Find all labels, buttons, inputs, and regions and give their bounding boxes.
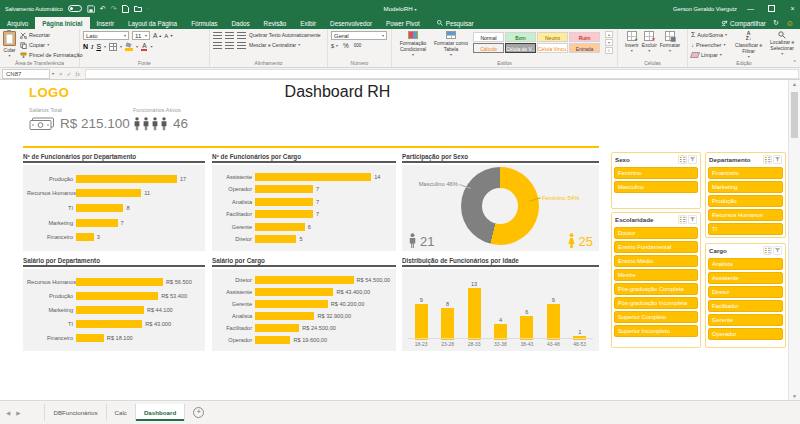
slicer-item[interactable]: Superior Completo: [614, 311, 698, 323]
fill-color-icon[interactable]: [125, 43, 133, 51]
multiselect-icon[interactable]: [678, 215, 687, 224]
name-box[interactable]: CN87: [2, 69, 50, 79]
cut-button[interactable]: Recortar: [20, 31, 83, 39]
history-icon[interactable]: ↻: [773, 19, 779, 27]
slicer-item[interactable]: Superior Incompleto: [614, 325, 698, 337]
minimize-button[interactable]: —: [743, 0, 758, 17]
clear-filter-icon[interactable]: [688, 155, 697, 164]
ribbon-tab-dados[interactable]: Dados: [224, 17, 256, 29]
slicer-item[interactable]: Pós-graduação Incompleta: [614, 297, 698, 309]
slicer-item[interactable]: Analista: [708, 258, 783, 270]
currency-format-button[interactable]: $▾: [331, 42, 338, 50]
slicer-item[interactable]: Recursos Humanos: [708, 209, 783, 221]
slicer-item[interactable]: Diretor: [708, 286, 783, 298]
chart-distribuicao-por-idade[interactable]: Distribuição de Funcionários por Idade 9…: [402, 256, 599, 351]
open-folder-icon[interactable]: [134, 5, 142, 12]
style-entrada[interactable]: Entrada: [569, 43, 600, 53]
sheet-nav-prev-icon[interactable]: ◀: [6, 410, 10, 416]
style-normal[interactable]: Normal: [473, 32, 504, 42]
style-neutro[interactable]: Neutro: [537, 32, 568, 42]
confirm-entry-icon[interactable]: ✓: [67, 70, 72, 77]
share-button[interactable]: Compartilhar: [721, 20, 766, 27]
merge-center-button[interactable]: Mesclar e Centralizar ▾: [249, 41, 300, 49]
increase-font-button[interactable]: A▴: [153, 32, 161, 40]
slicer-item[interactable]: Doutor: [614, 227, 698, 239]
sort-filter-button[interactable]: AZ↓ Classificar e Filtrar▾: [733, 31, 764, 58]
redo-icon[interactable]: ↷: [111, 5, 117, 12]
sheet-tab-dbfuncionarios[interactable]: DBFuncionários: [44, 404, 106, 421]
sheet-tab-dashboard[interactable]: Dashboard: [136, 404, 185, 421]
underline-button[interactable]: S: [96, 43, 101, 50]
fill-button[interactable]: ↓Preencher ▾: [691, 41, 730, 49]
align-middle-icon[interactable]: [225, 32, 234, 39]
formula-input[interactable]: [85, 69, 799, 79]
autosave-toggle[interactable]: [68, 5, 82, 12]
font-color-icon[interactable]: A: [141, 42, 147, 51]
gallery-up-icon[interactable]: ▴: [605, 31, 613, 38]
delete-cells-button[interactable]: × Excluir▾: [642, 31, 657, 58]
format-cells-button[interactable]: ▦ Formatar▾: [660, 31, 680, 58]
slicer-item[interactable]: Marketing: [708, 181, 783, 193]
insert-cells-button[interactable]: + Inserir▾: [625, 31, 639, 58]
clear-filter-icon[interactable]: [773, 246, 782, 255]
align-top-icon[interactable]: [213, 32, 222, 39]
slicer-item[interactable]: Ensino Médio: [614, 255, 698, 267]
align-left-icon[interactable]: [213, 42, 222, 49]
vertical-scrollbar[interactable]: ▲ ▼: [788, 80, 800, 400]
add-sheet-button[interactable]: +: [193, 407, 204, 418]
multiselect-icon[interactable]: [678, 155, 687, 164]
insert-function-icon[interactable]: fx: [76, 71, 80, 77]
font-size-select[interactable]: 11▾: [132, 31, 150, 40]
slicer-item[interactable]: Mestre: [614, 269, 698, 281]
save-icon[interactable]: [87, 5, 95, 13]
multiselect-icon[interactable]: [763, 246, 772, 255]
slicer-item[interactable]: Gerente: [708, 314, 783, 326]
ribbon-tab-arquivo[interactable]: Arquivo: [0, 17, 35, 29]
feedback-smiley-icon[interactable]: ☺: [786, 19, 794, 28]
sheet-nav-next-icon[interactable]: ▶: [16, 410, 20, 416]
ribbon-tab-inserir[interactable]: Inserir: [90, 17, 122, 29]
clear-filter-icon[interactable]: [773, 155, 782, 164]
gallery-down-icon[interactable]: ▾: [605, 39, 613, 46]
slicer-item[interactable]: TI: [708, 223, 783, 235]
multiselect-icon[interactable]: [763, 155, 772, 164]
ribbon-tab-formulas[interactable]: Fórmulas: [184, 17, 224, 29]
ribbon-tab-power-pivot[interactable]: Power Pivot: [379, 17, 427, 29]
style-ruim[interactable]: Ruim: [569, 32, 600, 42]
borders-icon[interactable]: [109, 43, 117, 51]
wrap-text-button[interactable]: Quebrar Texto Automaticamente: [249, 31, 321, 39]
scroll-down-icon[interactable]: ▼: [789, 393, 800, 399]
align-right-icon[interactable]: [237, 42, 246, 49]
scroll-up-icon[interactable]: ▲: [789, 81, 800, 87]
close-button[interactable]: ×: [785, 0, 800, 17]
slicer-item[interactable]: Ensino Fundamental: [614, 241, 698, 253]
chart-participacao-por-sexo[interactable]: Participação por Sexo Masculino 46% Femi…: [402, 152, 599, 251]
donut-chart[interactable]: [461, 167, 539, 245]
chart-funcionarios-por-cargo[interactable]: Nº de Funcionários por Cargo Assistente1…: [212, 152, 396, 251]
undo-icon[interactable]: ↶: [100, 5, 106, 12]
slicer-item[interactable]: Pós-graduação Completa: [614, 283, 698, 295]
decrease-font-button[interactable]: A▾: [164, 32, 172, 40]
align-bottom-icon[interactable]: [237, 32, 246, 39]
number-format-select[interactable]: Geral▾: [331, 31, 387, 40]
new-document-icon[interactable]: [122, 5, 129, 13]
style-celula-verificacao[interactable]: Célula de V...: [505, 43, 536, 53]
style-bom[interactable]: Bom: [505, 32, 536, 42]
slicer-item[interactable]: Facilitador: [708, 300, 783, 312]
chart-salario-por-departamento[interactable]: Salário por Departamento Recursos Humano…: [23, 256, 205, 351]
tell-me-search[interactable]: Pesquisar: [437, 17, 474, 29]
style-celula-vinculada[interactable]: Célula Vincu...: [537, 43, 568, 53]
slicer-item[interactable]: Masculino: [614, 181, 698, 193]
slicer-item[interactable]: Produção: [708, 195, 783, 207]
ribbon-tab-exibir[interactable]: Exibir: [293, 17, 323, 29]
paste-button[interactable]: Colar▾: [3, 31, 16, 59]
slicer-item[interactable]: Feminino: [614, 167, 698, 179]
slicer-item[interactable]: Financeiro: [708, 167, 783, 179]
clear-button[interactable]: Limpar ▾: [691, 51, 730, 59]
cancel-entry-icon[interactable]: ×: [59, 71, 63, 77]
format-painter-button[interactable]: Pincel de Formatação: [20, 51, 83, 59]
conditional-formatting-button[interactable]: Formatação Condicional▾: [395, 31, 431, 58]
bold-button[interactable]: N: [83, 43, 88, 50]
autosum-button[interactable]: ΣAutoSoma ▾: [691, 31, 730, 39]
gallery-more-icon[interactable]: ≡: [605, 47, 613, 54]
